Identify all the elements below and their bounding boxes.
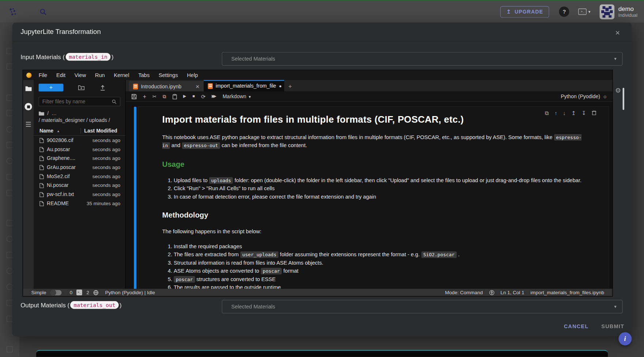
menu-item[interactable]: Tabs: [134, 72, 154, 78]
file-row[interactable]: pw-scf.in.txt seconds ago: [34, 190, 125, 199]
insert-cell-below-icon[interactable]: ↧: [582, 110, 586, 116]
stop-icon[interactable]: ■: [192, 94, 195, 98]
menu-item[interactable]: View: [70, 72, 90, 78]
new-folder-icon[interactable]: [78, 85, 85, 91]
sort-asc-icon[interactable]: ▲: [57, 129, 60, 133]
avatar[interactable]: [599, 4, 614, 19]
modal-scrollbar[interactable]: [623, 88, 624, 110]
restart-run-all-icon[interactable]: ▶▶: [212, 94, 215, 98]
close-icon[interactable]: ✕: [196, 84, 200, 89]
breadcrumb-path[interactable]: / materials_designer / uploads /: [34, 116, 125, 123]
menu-item[interactable]: Settings: [154, 72, 183, 78]
dialog-title: JupyterLite Transformation: [20, 28, 101, 35]
file-row[interactable]: Au.poscar seconds ago: [34, 145, 125, 154]
delete-cell-icon[interactable]: [592, 110, 596, 116]
kernel-indicator[interactable]: Python (Pyodide) ○: [561, 93, 607, 100]
markdown-cell[interactable]: ⧉ ↑ ↓ ↥ ↧ Impo: [138, 106, 609, 289]
file-icon: [39, 147, 44, 152]
add-tab-button[interactable]: +: [284, 82, 296, 89]
dialog-header: JupyterLite Transformation ✕: [12, 23, 632, 42]
tab-import-materials[interactable]: import_materials_from_file ●: [204, 80, 284, 91]
command-mode[interactable]: Mode: Command: [445, 289, 483, 295]
list-item: poscar structures are converted to ESSE: [174, 275, 586, 283]
cut-icon[interactable]: ✂: [152, 94, 156, 99]
file-row[interactable]: MoSe2.cif seconds ago: [34, 172, 125, 181]
breadcrumb-root[interactable]: /: [47, 110, 49, 116]
upload-icon[interactable]: [100, 85, 106, 91]
list-item: Upload files to uploads folder: open (do…: [174, 176, 586, 184]
file-row[interactable]: GrAu.poscar seconds ago: [34, 163, 125, 172]
menu-item[interactable]: Edit: [52, 72, 70, 78]
file-icon: [39, 165, 44, 170]
activity-bar: [23, 80, 34, 289]
usage-list: Upload files to uploads folder: open (do…: [162, 176, 586, 201]
restart-kernel-icon[interactable]: ⟳: [201, 94, 205, 99]
paste-icon[interactable]: [173, 94, 177, 99]
simple-mode-toggle[interactable]: [50, 290, 61, 295]
kernel-idle-icon: ○: [603, 93, 607, 100]
kernel-status[interactable]: Python (Pyodide) | Idle: [105, 289, 155, 295]
file-row[interactable]: Ni.poscar seconds ago: [34, 181, 125, 190]
upgrade-button[interactable]: ↥ UPGRADE: [500, 6, 549, 17]
move-cell-down-icon[interactable]: ↓: [563, 110, 565, 116]
column-name[interactable]: Name: [39, 128, 53, 134]
run-icon[interactable]: ▶: [183, 94, 186, 98]
gear-icon[interactable]: ⚙: [615, 87, 621, 94]
insert-cell-above-icon[interactable]: ↥: [571, 110, 576, 116]
move-cell-up-icon[interactable]: ↑: [554, 110, 557, 116]
new-launcher-button[interactable]: +: [39, 84, 63, 91]
save-icon[interactable]: [132, 94, 137, 99]
file-icon: [39, 174, 44, 179]
file-row[interactable]: 9002806.cif seconds ago: [34, 136, 125, 145]
file-browser-icon[interactable]: [25, 86, 32, 92]
file-icon: [39, 156, 44, 161]
column-last-modified[interactable]: Last Modified: [80, 128, 120, 134]
kernels-count[interactable]: 2: [86, 289, 89, 295]
cursor-position[interactable]: Ln 1, Col 1: [500, 289, 524, 295]
submit-button[interactable]: SUBMIT: [601, 323, 624, 329]
close-icon[interactable]: ✕: [615, 29, 620, 37]
methodology-heading: Methodology: [162, 211, 586, 220]
jupyterlite-window: FileEditViewRunKernelTabsSettingsHelp +: [23, 70, 613, 296]
output-materials-select[interactable]: Selected Materials ▾: [222, 300, 623, 313]
running-kernels-icon[interactable]: [24, 103, 32, 110]
cell-collapser[interactable]: [134, 107, 136, 289]
user-info[interactable]: demo Individual: [618, 5, 637, 18]
console-menu[interactable]: >_ ▾: [579, 9, 591, 15]
info-fab-button[interactable]: i: [618, 332, 632, 345]
kernel-name: Python (Pyodide): [561, 93, 600, 99]
breadcrumb[interactable]: / …: [34, 106, 125, 116]
statusbar-filename[interactable]: import_materials_from_files.ipynb: [530, 289, 604, 295]
file-row[interactable]: Graphene.... seconds ago: [34, 154, 125, 163]
file-icon: [39, 138, 44, 143]
menu-item[interactable]: Kernel: [109, 72, 134, 78]
duplicate-cell-icon[interactable]: ⧉: [545, 110, 549, 116]
insert-cell-icon[interactable]: +: [143, 93, 146, 99]
cell-type-dropdown[interactable]: Markdown ▾: [223, 93, 251, 99]
brand-logo-icon[interactable]: [9, 7, 18, 16]
input-materials-select[interactable]: Selected Materials ▾: [222, 52, 623, 66]
notebook-icon: [133, 84, 138, 89]
menu-item[interactable]: Run: [91, 72, 110, 78]
accessibility-icon[interactable]: [489, 290, 495, 295]
menu-item[interactable]: File: [34, 72, 52, 78]
list-item: In case of format detection error, pleas…: [174, 193, 586, 201]
tab-introduction[interactable]: Introduction.ipynb ✕: [129, 81, 204, 91]
filter-files-input[interactable]: Filter files by name: [39, 97, 121, 106]
table-of-contents-icon[interactable]: [26, 122, 31, 127]
markdown-body: Import materials from files in multiple …: [139, 107, 609, 289]
output-materials-chip: materials_out: [70, 301, 118, 309]
search-icon[interactable]: [39, 8, 47, 15]
copy-icon[interactable]: ⧉: [163, 94, 166, 99]
menu-item[interactable]: Help: [182, 72, 202, 78]
breadcrumb-ellipsis[interactable]: …: [52, 110, 57, 116]
notebook-content: ⧉ ↑ ↓ ↥ ↧ Impo: [126, 102, 613, 289]
terminal-icon: >_: [579, 9, 587, 15]
screen: ↥ UPGRADE ? >_ ▾ demo Individual: [0, 0, 644, 357]
file-row[interactable]: README 35 minutes ago: [34, 199, 125, 208]
terminals-count[interactable]: 0: [70, 289, 73, 295]
cancel-button[interactable]: CANCEL: [564, 323, 589, 329]
notebook-icon: [208, 83, 213, 89]
folder-icon: [39, 111, 45, 115]
help-icon[interactable]: ?: [559, 7, 569, 17]
